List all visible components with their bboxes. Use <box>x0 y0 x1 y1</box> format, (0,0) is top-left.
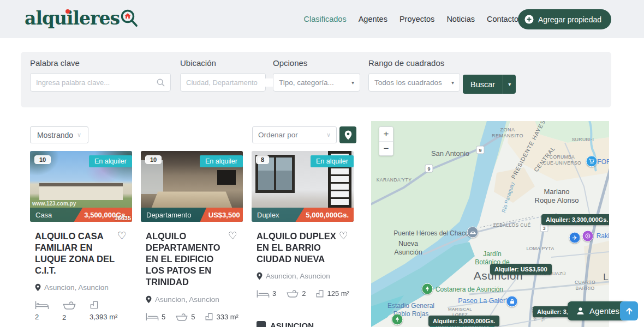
nav-contacto[interactable]: Contacto <box>487 15 518 23</box>
features: 3 2 125 m² <box>257 289 351 298</box>
listing-title[interactable]: ALQUILO DEPARTAMENTO EN EL EDIFICIO LOS … <box>146 231 229 288</box>
showing-dropdown[interactable]: Mostrando ∨ <box>30 126 88 143</box>
building-link[interactable]: ASUNCION <box>257 321 351 327</box>
listing-card[interactable]: www.123.com.py 10 En alquiler Casa 3,500… <box>30 151 132 322</box>
favorite-heart-icon[interactable]: ♡ <box>339 229 348 241</box>
favorite-heart-icon[interactable]: ♡ <box>228 229 237 241</box>
location-text: Asuncion, Asuncion <box>155 295 219 304</box>
status-badge: En alquiler <box>200 155 243 167</box>
park-poi-icon[interactable] <box>392 314 403 325</box>
listing-card[interactable]: 10 En alquiler Departamento US$3,500 ALQ… <box>141 151 243 327</box>
brand-logo[interactable]: alquileres <box>25 8 139 29</box>
person-icon <box>576 307 585 315</box>
showing-label: Mostrando <box>37 131 73 140</box>
location-pin-icon <box>146 295 152 304</box>
nav-clasificados[interactable]: Clasificados <box>304 15 347 23</box>
building-logo <box>257 321 266 327</box>
options-label: Opciones <box>273 58 360 68</box>
listing-title[interactable]: ALQUILO CASA FAMILIAR EN LUQUE ZONA DEL … <box>35 231 118 276</box>
map-price-marker[interactable]: Alquiler: 5,000,000Gs. <box>428 316 499 326</box>
location-text: Asuncion, Asuncion <box>266 272 330 280</box>
location-input[interactable] <box>186 78 282 87</box>
range-value: Todos los cuadrados <box>374 78 451 87</box>
status-badge: En alquiler <box>311 155 354 167</box>
card-body: ALQUILO CASA FAMILIAR EN LUQUE ZONA DEL … <box>30 222 132 322</box>
area-value: 125 m² <box>327 289 349 298</box>
airport-poi-icon[interactable]: ✈ <box>569 232 581 244</box>
photo-watermark: www.123.com.py <box>32 201 76 207</box>
listing-location: Asuncion, Asuncion <box>146 295 241 304</box>
area-value: 3,393 m² <box>90 313 117 321</box>
agents-floating-button[interactable]: Agentes <box>568 301 628 320</box>
table-shape <box>152 192 232 208</box>
bed-icon <box>146 312 159 321</box>
keyword-label: Palabra clave <box>30 58 171 68</box>
keyword-box <box>30 73 171 92</box>
options-select[interactable]: Tipo, categoría... ▾ <box>273 73 360 92</box>
price-ribbon: US$3,500 <box>200 208 243 222</box>
route-shield: 9 <box>476 146 485 154</box>
property-photo: 8 En alquiler Duplex 5,000,000Gs. <box>252 151 354 222</box>
category-price-strip: Departamento US$3,500 <box>141 208 243 222</box>
area-feature: 3,393 m² <box>90 300 117 322</box>
listing-title[interactable]: ALQUILO DUPLEX EN EL BARRIO CIUDAD NUEVA <box>257 231 339 265</box>
brand-dot <box>65 9 70 14</box>
agents-button-label: Agentes <box>589 306 619 316</box>
bath-icon <box>62 300 76 310</box>
listing-location: Asuncion, Asuncion <box>257 272 351 280</box>
bed-icon <box>35 300 49 310</box>
scroll-top-button[interactable] <box>620 301 638 320</box>
floorplan-icon <box>315 289 324 298</box>
baths-feature: 5 <box>175 312 195 322</box>
nav-agentes[interactable]: Agentes <box>359 15 387 23</box>
sort-dropdown[interactable]: Ordenar por ∨ <box>252 126 337 143</box>
listing-card[interactable]: 8 En alquiler Duplex 5,000,000Gs. ALQUIL… <box>252 151 354 327</box>
add-property-button[interactable]: Agregar propiedad <box>518 9 611 29</box>
favorite-heart-icon[interactable]: ♡ <box>117 229 127 241</box>
area-feature: 125 m² <box>315 289 349 298</box>
zoom-in-button[interactable]: + <box>379 127 393 141</box>
sort-label: Ordenar por <box>258 131 326 139</box>
park-poi-icon[interactable] <box>422 283 433 295</box>
nav-proyectos[interactable]: Proyectos <box>399 15 434 23</box>
tv-shape <box>217 170 236 185</box>
mall-poi-icon[interactable] <box>506 296 518 307</box>
map-price-marker[interactable]: Alquiler: US$3,500 <box>490 264 552 275</box>
beds-value: 3 <box>272 289 276 298</box>
chevron-down-icon: ∨ <box>326 131 331 138</box>
beds-value: 2 <box>35 313 39 321</box>
listing-location: Asuncion, Asuncion <box>35 283 130 292</box>
bridge-poi-icon[interactable] <box>467 227 479 238</box>
range-select[interactable]: Todos los cuadrados ▾ <box>368 73 460 92</box>
features: 5 5 333 m² <box>146 312 241 322</box>
features: 2 2 3,393 m² <box>35 300 130 322</box>
rakiu-poi-icon[interactable] <box>582 231 594 242</box>
map-price-marker[interactable]: Alquiler: 3,300,000Gs. <box>541 214 609 225</box>
search-button[interactable]: Buscar ▾ <box>463 75 516 94</box>
beds-feature: 3 <box>257 289 276 298</box>
category-label: Departamento <box>141 211 191 219</box>
map-zoom-control: + − <box>379 126 393 156</box>
nav-noticias[interactable]: Noticias <box>446 15 475 23</box>
map[interactable]: ZONA REMANSITOSan AntonioKARANDA'YTYPRES… <box>371 121 609 327</box>
bath-icon <box>175 312 188 322</box>
beds-value: 5 <box>162 313 165 321</box>
shopping-cart-poi-icon[interactable] <box>586 156 598 167</box>
baths-feature: 2 <box>286 289 306 298</box>
main-nav: Clasificados Agentes Proyectos Noticias … <box>304 0 519 38</box>
baths-value: 2 <box>302 289 306 298</box>
zoom-out-button[interactable]: − <box>379 141 393 155</box>
map-pin-icon <box>344 130 352 140</box>
add-property-label: Agregar propiedad <box>538 15 601 24</box>
location-text: Asuncion, Asuncion <box>44 283 109 292</box>
arrow-up-icon <box>625 307 633 315</box>
keyword-input[interactable] <box>36 78 157 87</box>
photo-count-badge: 8 <box>256 155 269 164</box>
search-panel: Palabra clave Ubicación Opcione <box>21 52 611 107</box>
search-button-label: Buscar <box>463 80 503 89</box>
category-label: Duplex <box>252 211 279 219</box>
keyword-field-group: Palabra clave <box>30 58 171 92</box>
map-view-button[interactable] <box>339 126 356 143</box>
category-price-strip: Duplex 5,000,000Gs. <box>252 208 354 222</box>
area-feature: 333 m² <box>205 312 238 321</box>
